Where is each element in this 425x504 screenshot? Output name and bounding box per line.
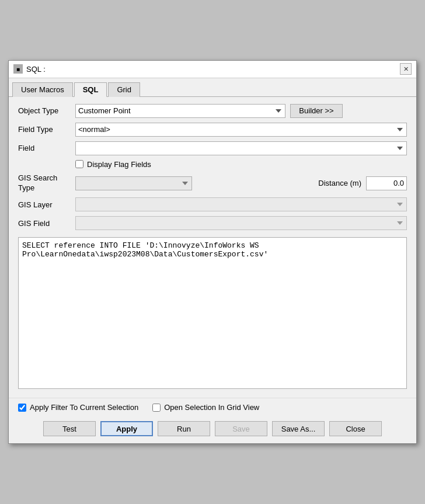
sql-textarea[interactable]: SELECT reference INTO FILE 'D:\Innovyze\… bbox=[18, 237, 407, 389]
apply-filter-check-item[interactable]: Apply Filter To Current Selection bbox=[18, 403, 138, 412]
gis-field-select[interactable] bbox=[75, 216, 407, 230]
title-bar-left: ■ SQL : bbox=[13, 64, 46, 74]
dialog-container: ■ SQL : ✕ User Macros SQL Grid Object Ty… bbox=[8, 60, 417, 444]
title-bar: ■ SQL : ✕ bbox=[9, 61, 416, 78]
close-icon[interactable]: ✕ bbox=[400, 63, 412, 75]
display-flag-row: Display Flag Fields bbox=[75, 160, 407, 169]
tab-sql[interactable]: SQL bbox=[74, 82, 107, 97]
dialog-icon: ■ bbox=[13, 64, 23, 74]
apply-button[interactable]: Apply bbox=[100, 421, 153, 436]
main-content: Object Type Customer Point Builder >> Fi… bbox=[9, 97, 416, 398]
apply-filter-checkbox[interactable] bbox=[18, 404, 26, 412]
open-selection-check-item[interactable]: Open Selection In Grid View bbox=[152, 403, 259, 412]
gis-search-type-row: GIS Search Type Distance (m) bbox=[18, 173, 407, 193]
object-type-row: Object Type Customer Point Builder >> bbox=[18, 104, 407, 118]
save-button[interactable]: Save bbox=[215, 421, 267, 436]
gis-search-type-label: GIS Search Type bbox=[18, 173, 71, 193]
gis-layer-select[interactable] bbox=[75, 197, 407, 211]
gis-field-row: GIS Field bbox=[18, 216, 407, 230]
tab-bar: User Macros SQL Grid bbox=[9, 78, 416, 97]
field-type-select[interactable]: <normal> bbox=[75, 123, 407, 137]
gis-layer-label: GIS Layer bbox=[18, 200, 71, 209]
dialog-title: SQL : bbox=[26, 65, 46, 74]
display-flag-label: Display Flag Fields bbox=[87, 160, 151, 169]
gis-field-label: GIS Field bbox=[18, 219, 71, 228]
distance-label: Distance (m) bbox=[318, 179, 361, 187]
bottom-checkboxes: Apply Filter To Current Selection Open S… bbox=[9, 398, 416, 416]
tab-grid[interactable]: Grid bbox=[108, 82, 140, 97]
save-as-button[interactable]: Save As... bbox=[272, 421, 325, 436]
field-label: Field bbox=[18, 144, 71, 152]
tab-user-macros[interactable]: User Macros bbox=[12, 82, 73, 97]
field-type-label: Field Type bbox=[18, 125, 71, 134]
apply-filter-label: Apply Filter To Current Selection bbox=[30, 403, 138, 412]
gis-search-type-select[interactable] bbox=[75, 176, 192, 190]
object-type-label: Object Type bbox=[18, 106, 71, 115]
display-flag-checkbox[interactable] bbox=[75, 160, 83, 168]
close-button[interactable]: Close bbox=[329, 421, 382, 436]
gis-layer-row: GIS Layer bbox=[18, 197, 407, 211]
field-select[interactable] bbox=[75, 141, 407, 155]
object-type-select[interactable]: Customer Point bbox=[75, 104, 285, 118]
test-button[interactable]: Test bbox=[43, 421, 96, 436]
field-row: Field bbox=[18, 141, 407, 155]
open-selection-checkbox[interactable] bbox=[152, 404, 161, 412]
builder-button[interactable]: Builder >> bbox=[290, 104, 343, 118]
field-type-row: Field Type <normal> bbox=[18, 123, 407, 137]
distance-input[interactable] bbox=[366, 176, 407, 190]
run-button[interactable]: Run bbox=[158, 421, 210, 436]
open-selection-label: Open Selection In Grid View bbox=[164, 403, 259, 412]
button-bar: Test Apply Run Save Save As... Close bbox=[9, 416, 416, 443]
